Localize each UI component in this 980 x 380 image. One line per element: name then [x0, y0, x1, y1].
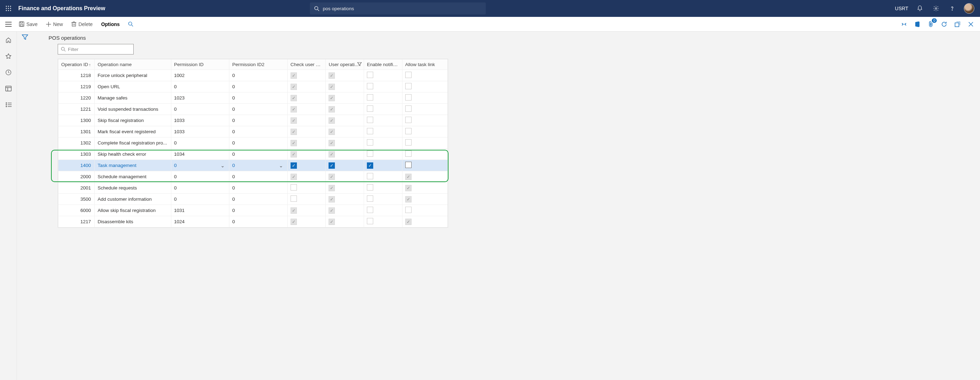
cell-allow-task-link[interactable]	[402, 92, 447, 104]
checkbox[interactable]	[405, 150, 412, 157]
checkbox[interactable]	[291, 195, 297, 202]
cell-check-user[interactable]	[287, 70, 326, 81]
cell-permission-id2[interactable]: 0	[229, 70, 288, 81]
table-row[interactable]: 1218Force unlock peripheral10020	[58, 70, 448, 81]
checkbox[interactable]	[405, 196, 412, 203]
table-row[interactable]: 1302Complete fiscal registration pro...0…	[58, 138, 448, 149]
col-check-user-access[interactable]: Check user acc...	[287, 59, 326, 70]
cell-check-user[interactable]	[287, 160, 326, 171]
cell-check-user[interactable]	[287, 126, 326, 138]
modules-icon[interactable]	[3, 100, 13, 110]
checkbox[interactable]	[329, 129, 335, 135]
help-icon[interactable]	[948, 4, 957, 13]
cell-operation-id[interactable]: 2001	[58, 182, 95, 194]
col-enable-notifications[interactable]: Enable notificat...	[364, 59, 402, 70]
cell-allow-task-link[interactable]	[402, 138, 447, 149]
checkbox[interactable]	[329, 84, 335, 90]
cell-enable-notifications[interactable]	[364, 182, 402, 194]
home-icon[interactable]	[3, 35, 13, 45]
cell-check-user[interactable]	[287, 216, 326, 228]
cell-operation-name[interactable]: Force unlock peripheral	[95, 70, 171, 81]
cell-enable-notifications[interactable]	[364, 194, 402, 205]
checkbox[interactable]	[291, 129, 297, 135]
office-icon[interactable]	[912, 19, 922, 29]
cell-enable-notifications[interactable]	[364, 115, 402, 126]
column-filter-icon[interactable]	[357, 62, 362, 67]
cell-allow-task-link[interactable]	[402, 171, 447, 182]
cell-operation-name[interactable]: Void suspended transactions	[95, 104, 171, 115]
col-user-operation[interactable]: User operati...	[326, 59, 364, 70]
action-search-button[interactable]	[124, 17, 138, 31]
cell-allow-task-link[interactable]	[402, 216, 447, 228]
col-permission-id[interactable]: Permission ID	[171, 59, 229, 70]
checkbox[interactable]	[405, 72, 412, 78]
cell-user-operation[interactable]	[326, 104, 364, 115]
checkbox[interactable]	[329, 73, 335, 79]
cell-operation-id[interactable]: 1218	[58, 70, 95, 81]
cell-permission-id[interactable]: 0	[171, 81, 229, 92]
cell-allow-task-link[interactable]	[402, 160, 447, 171]
cell-enable-notifications[interactable]	[364, 70, 402, 81]
options-button[interactable]: Options	[97, 17, 124, 31]
checkbox[interactable]	[329, 207, 335, 214]
checkbox[interactable]	[405, 139, 412, 146]
checkbox[interactable]	[367, 72, 373, 78]
cell-permission-id[interactable]: 1031	[171, 205, 229, 216]
cell-enable-notifications[interactable]	[364, 216, 402, 228]
cell-check-user[interactable]	[287, 182, 326, 194]
cell-check-user[interactable]	[287, 194, 326, 205]
cell-permission-id[interactable]: 0	[171, 194, 229, 205]
cell-operation-name[interactable]: Manage safes	[95, 92, 171, 104]
close-icon[interactable]	[966, 19, 976, 29]
cell-operation-id[interactable]: 1301	[58, 126, 95, 138]
table-row[interactable]: 3500Add customer information00	[58, 194, 448, 205]
cell-allow-task-link[interactable]	[402, 70, 447, 81]
cell-permission-id2[interactable]: 0	[229, 194, 288, 205]
table-row[interactable]: 1300Skip fiscal registration10330	[58, 115, 448, 126]
cell-enable-notifications[interactable]	[364, 126, 402, 138]
checkbox[interactable]	[329, 196, 335, 203]
chevron-down-icon[interactable]: ⌄	[221, 163, 225, 168]
table-row[interactable]: 2001Schedule requests00	[58, 182, 448, 194]
popout-icon[interactable]	[953, 19, 963, 29]
checkbox[interactable]	[329, 106, 335, 112]
col-allow-task-link[interactable]: Allow task link	[402, 59, 447, 70]
cell-permission-id2[interactable]: 0	[229, 182, 288, 194]
cell-permission-id2[interactable]: 0	[229, 216, 288, 228]
checkbox[interactable]	[367, 207, 373, 213]
checkbox[interactable]	[405, 83, 412, 89]
checkbox[interactable]	[291, 106, 297, 112]
cell-user-operation[interactable]	[326, 92, 364, 104]
app-launcher-icon[interactable]	[3, 3, 14, 14]
checkbox[interactable]	[405, 185, 412, 191]
checkbox[interactable]	[367, 162, 373, 169]
settings-icon[interactable]	[931, 4, 940, 13]
col-operation-name[interactable]: Operation name	[95, 59, 171, 70]
recent-icon[interactable]	[3, 68, 13, 78]
cell-allow-task-link[interactable]	[402, 126, 447, 138]
save-button[interactable]: Save	[15, 17, 42, 31]
cell-check-user[interactable]	[287, 205, 326, 216]
checkbox[interactable]	[329, 185, 335, 191]
checkbox[interactable]	[329, 117, 335, 124]
cell-allow-task-link[interactable]	[402, 205, 447, 216]
checkbox[interactable]	[405, 218, 412, 225]
cell-allow-task-link[interactable]	[402, 182, 447, 194]
cell-permission-id[interactable]: 1034	[171, 149, 229, 160]
cell-enable-notifications[interactable]	[364, 104, 402, 115]
checkbox[interactable]	[329, 151, 335, 157]
cell-operation-id[interactable]: 1221	[58, 104, 95, 115]
cell-permission-id[interactable]: 0	[171, 182, 229, 194]
cell-permission-id2[interactable]: 0	[229, 149, 288, 160]
cell-operation-id[interactable]: 1400	[58, 160, 95, 171]
checkbox[interactable]	[367, 83, 373, 89]
table-row[interactable]: 1217Disassemble kits10240	[58, 216, 448, 228]
table-row[interactable]: 6000Allow skip fiscal registration10310	[58, 205, 448, 216]
cell-check-user[interactable]	[287, 92, 326, 104]
delete-button[interactable]: Delete	[67, 17, 97, 31]
cell-operation-name[interactable]: Schedule requests	[95, 182, 171, 194]
cell-permission-id[interactable]: 1033	[171, 126, 229, 138]
table-row[interactable]: 1220Manage safes10230	[58, 92, 448, 104]
checkbox[interactable]	[405, 94, 412, 101]
cell-operation-id[interactable]: 1219	[58, 81, 95, 92]
